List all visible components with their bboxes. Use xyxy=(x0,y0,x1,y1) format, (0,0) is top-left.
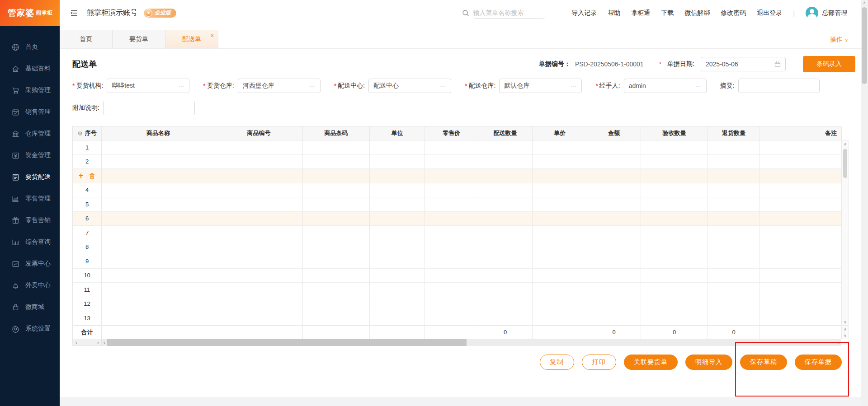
item-cell[interactable] xyxy=(533,140,587,155)
item-cell[interactable] xyxy=(533,183,587,198)
scroll-left-icon[interactable]: ‹ xyxy=(102,340,107,345)
save-draft-button[interactable]: 保存草稿 xyxy=(740,355,787,370)
column-header-seq[interactable]: ⚙序号 xyxy=(73,126,102,140)
item-cell[interactable] xyxy=(708,183,760,198)
item-cell[interactable] xyxy=(425,212,478,226)
ellipsis-icon[interactable]: ⋯ xyxy=(695,83,702,89)
item-cell[interactable] xyxy=(478,140,533,155)
item-cell[interactable] xyxy=(425,169,478,183)
item-cell[interactable] xyxy=(215,254,303,269)
table-row[interactable]: 2 xyxy=(73,155,841,169)
ellipsis-icon[interactable]: ⋯ xyxy=(440,83,446,89)
item-cell[interactable] xyxy=(533,311,587,326)
item-cell[interactable] xyxy=(478,297,533,312)
item-cell[interactable] xyxy=(760,283,842,297)
item-cell[interactable] xyxy=(587,140,641,155)
item-cell[interactable] xyxy=(370,183,425,198)
item-cell[interactable] xyxy=(425,140,478,155)
item-cell[interactable] xyxy=(760,226,842,240)
item-cell[interactable] xyxy=(102,297,215,312)
item-cell[interactable] xyxy=(215,197,303,212)
item-cell[interactable] xyxy=(425,254,478,269)
delivery-warehouse-select[interactable]: 默认仓库 ⋯ xyxy=(499,79,582,93)
item-cell[interactable] xyxy=(533,197,587,212)
item-cell[interactable] xyxy=(478,283,533,297)
item-cell[interactable] xyxy=(303,254,370,269)
gear-icon[interactable]: ⚙ xyxy=(77,130,83,137)
item-cell[interactable] xyxy=(533,283,587,297)
item-cell[interactable] xyxy=(708,140,760,155)
row-number-cell[interactable]: 6 xyxy=(73,212,102,226)
item-cell[interactable] xyxy=(708,297,760,312)
item-cell[interactable] xyxy=(370,240,425,255)
item-cell[interactable] xyxy=(215,155,303,169)
item-cell[interactable] xyxy=(370,283,425,297)
tab-delivery[interactable]: 配送单 × xyxy=(165,30,218,48)
table-row[interactable]: + xyxy=(73,169,841,183)
item-cell[interactable] xyxy=(425,183,478,198)
sidebar-item-micro-mall[interactable]: 微商城 xyxy=(0,296,60,318)
item-cell[interactable] xyxy=(587,297,641,312)
item-cell[interactable] xyxy=(587,183,641,198)
barcode-entry-button[interactable]: 条码录入 xyxy=(803,56,855,72)
scroll-down-icon[interactable]: ∨ xyxy=(844,333,847,338)
tab-requisition[interactable]: 要货单 xyxy=(113,30,165,48)
item-cell[interactable] xyxy=(102,169,215,183)
item-cell[interactable] xyxy=(370,155,425,169)
table-row[interactable]: 10 xyxy=(73,269,841,283)
item-cell[interactable] xyxy=(215,226,303,240)
item-cell[interactable] xyxy=(708,240,760,255)
item-cell[interactable] xyxy=(587,155,641,169)
row-number-cell[interactable]: 4 xyxy=(73,183,102,198)
item-cell[interactable] xyxy=(215,269,303,283)
item-cell[interactable] xyxy=(478,155,533,169)
extra-note-input[interactable] xyxy=(103,101,195,115)
table-row[interactable]: 12 xyxy=(73,297,841,312)
item-cell[interactable] xyxy=(215,140,303,155)
item-cell[interactable] xyxy=(215,283,303,297)
user-menu[interactable]: 总部管理 xyxy=(806,7,847,19)
item-cell[interactable] xyxy=(641,254,708,269)
link-download[interactable]: 下载 xyxy=(661,9,674,17)
sidebar-item-settings[interactable]: 系统设置 xyxy=(0,318,60,340)
item-cell[interactable] xyxy=(102,197,215,212)
scrollbar-thumb[interactable] xyxy=(862,7,867,84)
menu-collapse-icon[interactable] xyxy=(70,9,79,18)
sidebar-item-invoice[interactable]: 发票中心 xyxy=(0,253,60,275)
item-cell[interactable] xyxy=(641,212,708,226)
row-number-cell[interactable]: 5 xyxy=(73,197,102,212)
item-cell[interactable] xyxy=(425,240,478,255)
detail-import-button[interactable]: 明细导入 xyxy=(685,355,732,370)
edition-badge[interactable]: ★ 企业版 xyxy=(144,9,176,18)
sidebar-item-takeout[interactable]: 外卖中心 xyxy=(0,275,60,296)
item-cell[interactable] xyxy=(478,197,533,212)
item-cell[interactable] xyxy=(533,155,587,169)
scroll-right-icon[interactable]: › xyxy=(838,340,840,345)
link-help[interactable]: 帮助 xyxy=(608,9,620,17)
add-row-icon[interactable]: + xyxy=(79,172,84,180)
link-zhangguitong[interactable]: 掌柜通 xyxy=(631,9,650,17)
item-cell[interactable] xyxy=(760,155,842,169)
item-cell[interactable] xyxy=(533,269,587,283)
search-input[interactable] xyxy=(473,7,545,19)
item-cell[interactable] xyxy=(641,169,708,183)
handler-select[interactable]: admin ⋯ xyxy=(624,79,707,93)
item-cell[interactable] xyxy=(102,254,215,269)
item-cell[interactable] xyxy=(641,269,708,283)
scroll-up-icon[interactable]: ∧ xyxy=(861,0,868,5)
item-cell[interactable] xyxy=(425,155,478,169)
summary-input[interactable] xyxy=(738,79,820,93)
item-cell[interactable] xyxy=(708,254,760,269)
item-cell[interactable] xyxy=(370,297,425,312)
item-cell[interactable] xyxy=(303,155,370,169)
row-number-cell[interactable]: 12 xyxy=(73,297,102,312)
sidebar-item-purchase[interactable]: 采购管理 xyxy=(0,79,60,101)
sidebar-item-basic-data[interactable]: 基础资料 xyxy=(0,58,60,79)
item-cell[interactable] xyxy=(215,311,303,326)
item-cell[interactable] xyxy=(215,297,303,312)
row-number-cell[interactable]: 2 xyxy=(73,155,102,169)
item-cell[interactable] xyxy=(102,269,215,283)
item-cell[interactable] xyxy=(641,183,708,198)
item-cell[interactable] xyxy=(370,311,425,326)
page-vertical-scrollbar[interactable]: ∧ xyxy=(861,0,868,406)
